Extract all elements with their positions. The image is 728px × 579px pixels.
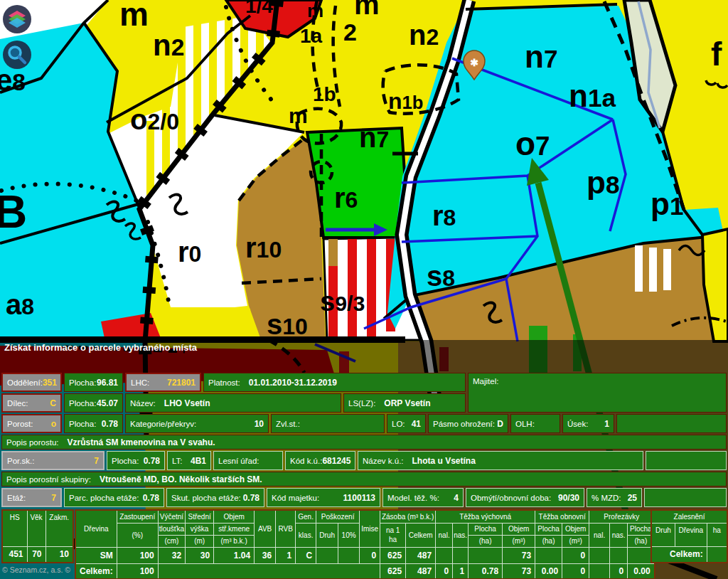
svg-text:2: 2 (343, 18, 357, 46)
svg-text:s8: s8 (427, 260, 455, 292)
search-icon (1, 39, 33, 70)
svg-text:B: B (0, 186, 27, 238)
svg-text:1/4: 1/4 (245, 0, 273, 17)
marker-asterisk-icon: ✱ (470, 57, 478, 68)
layers-button[interactable] (1, 4, 33, 35)
svg-text:a8: a8 (6, 289, 34, 320)
app-window: m n2 1/4 m 1a 2 m n2 n7 n1a e8 o2/0 1b m… (0, 0, 728, 579)
svg-text:r6: r6 (334, 182, 358, 213)
layers-icon (1, 4, 33, 35)
svg-text:r0: r0 (178, 236, 201, 267)
svg-text:m: m (307, 0, 323, 21)
svg-text:n2: n2 (153, 28, 184, 62)
svg-text:m: m (354, 0, 380, 20)
svg-text:n7: n7 (359, 122, 389, 153)
svg-text:p1: p1 (651, 186, 683, 221)
info-panel-backdrop (0, 340, 728, 579)
svg-text:n7: n7 (525, 39, 557, 74)
svg-text:1a: 1a (300, 25, 323, 47)
svg-text:1b: 1b (313, 83, 336, 105)
search-button[interactable] (1, 39, 33, 70)
svg-text:s9/3: s9/3 (320, 287, 365, 317)
svg-text:m: m (119, 0, 149, 33)
svg-text:n2: n2 (409, 19, 439, 51)
svg-text:m: m (289, 104, 308, 127)
svg-text:p8: p8 (587, 165, 619, 200)
svg-text:o2/0: o2/0 (130, 104, 179, 135)
svg-text:s10: s10 (267, 309, 308, 340)
svg-text:r10: r10 (245, 232, 282, 263)
svg-text:r8: r8 (432, 200, 456, 231)
svg-text:f: f (711, 36, 722, 73)
svg-text:n1a: n1a (569, 78, 616, 113)
svg-text:n1b: n1b (388, 88, 423, 114)
